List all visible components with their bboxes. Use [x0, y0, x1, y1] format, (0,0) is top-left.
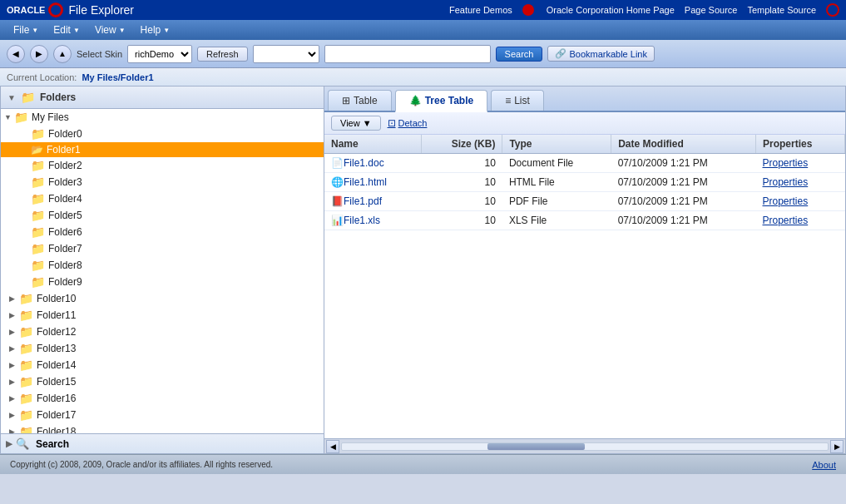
tree-item-folder2[interactable]: 📁Folder2: [1, 157, 324, 174]
tree-item-folder0[interactable]: 📁 Folder0: [1, 126, 324, 142]
scroll-track[interactable]: [341, 442, 829, 451]
folder13-label: Folder13: [37, 343, 76, 354]
file-properties-cell[interactable]: Properties: [756, 173, 845, 192]
tab-treetable[interactable]: 🌲 Tree Table: [395, 90, 487, 112]
search-label: Search: [36, 438, 69, 450]
tab-table[interactable]: ⊞ Table: [328, 90, 392, 111]
horizontal-scrollbar[interactable]: ◀ ▶: [324, 438, 845, 453]
copyright-text: Copyright (c) 2008, 2009, Oracle and/or …: [10, 460, 273, 469]
oracle-text: ORACLE: [7, 5, 45, 15]
folder13-icon: 📁: [19, 342, 33, 355]
bookmarkable-link[interactable]: 🔗 Bookmarkable Link: [547, 46, 655, 62]
search-button[interactable]: Search: [496, 47, 543, 62]
tree-item-folder11[interactable]: ▶📁Folder11: [1, 307, 324, 324]
detach-button[interactable]: ⊡ Detach: [388, 117, 428, 129]
help-menu-arrow: ▼: [163, 27, 170, 34]
file-icon: 🌐: [331, 176, 344, 188]
sub-toolbar: View ▼ ⊡ Detach: [324, 112, 845, 135]
file-type-cell: Document File: [502, 154, 611, 173]
menu-file[interactable]: File▼: [7, 22, 45, 37]
file-name[interactable]: File1.html: [344, 176, 387, 188]
files-table: Name Size (KB) Type Date Modified Proper…: [324, 135, 845, 230]
tree-item-folder16[interactable]: ▶📁Folder16: [1, 390, 324, 407]
tree-item-folder9[interactable]: 📁Folder9: [1, 274, 324, 290]
file-name-cell[interactable]: 📄File1.doc: [324, 154, 421, 173]
folder-dropdown[interactable]: [253, 45, 319, 63]
menu-edit[interactable]: Edit▼: [47, 22, 87, 37]
scroll-left-button[interactable]: ◀: [326, 440, 339, 453]
file-name-cell[interactable]: 📊File1.xls: [324, 211, 421, 230]
view-arrow-icon: ▼: [363, 118, 372, 128]
tree-item-myfiles[interactable]: ▼ 📁 My Files: [1, 109, 324, 126]
folder8-label: Folder8: [48, 259, 82, 271]
treetable-tab-icon: 🌲: [409, 95, 422, 106]
skin-select[interactable]: richDemo: [127, 45, 192, 63]
search-input[interactable]: [324, 45, 491, 63]
collapse-icon[interactable]: ▼: [7, 93, 16, 102]
file-name-cell[interactable]: 🌐File1.html: [324, 173, 421, 192]
file-properties-cell[interactable]: Properties: [756, 192, 845, 211]
tree-item-folder3[interactable]: 📁Folder3: [1, 174, 324, 190]
template-source-link[interactable]: Template Source: [747, 5, 816, 15]
tree-item-folder4[interactable]: 📁Folder4: [1, 190, 324, 207]
file-name[interactable]: File1.xls: [344, 215, 380, 226]
oracle-circle-icon: [48, 2, 63, 17]
folder0-label: Folder0: [48, 128, 82, 140]
tree-item-folder8[interactable]: 📁Folder8: [1, 257, 324, 274]
tree-item-folder6[interactable]: 📁Folder6: [1, 224, 324, 240]
file-properties-cell[interactable]: Properties: [756, 211, 845, 230]
folder14-label: Folder14: [37, 359, 76, 371]
scroll-right-button[interactable]: ▶: [830, 440, 844, 453]
file-properties-cell[interactable]: Properties: [756, 154, 845, 173]
folder2-icon: 📁: [31, 159, 45, 172]
properties-link[interactable]: Properties: [763, 215, 809, 226]
file-type-cell: XLS File: [502, 211, 611, 230]
tree-item-folder1[interactable]: 📂 Folder1: [1, 142, 324, 157]
search-section[interactable]: ▶ 🔍 Search: [1, 433, 324, 453]
file-table: Name Size (KB) Type Date Modified Proper…: [324, 135, 845, 438]
back-button[interactable]: ◀: [7, 45, 25, 63]
folder3-label: Folder3: [48, 176, 82, 188]
folder7-label: Folder7: [48, 243, 82, 254]
tree-scroll[interactable]: ▼ 📁 My Files 📁 Folder0 📂 Folder1: [1, 109, 324, 433]
properties-link[interactable]: Properties: [763, 157, 809, 169]
refresh-button[interactable]: Refresh: [197, 47, 248, 62]
folder18-label: Folder18: [37, 426, 76, 433]
folder7-icon: 📁: [31, 242, 45, 255]
page-source-link[interactable]: Page Source: [685, 5, 738, 15]
myfiles-folder-icon: 📁: [14, 111, 28, 124]
up-button[interactable]: ▲: [53, 45, 72, 63]
detach-label: Detach: [398, 118, 428, 128]
search-collapse-icon: ▶: [6, 439, 12, 448]
scroll-thumb[interactable]: [487, 443, 585, 450]
col-name: Name: [324, 135, 421, 154]
tree-item-folder18[interactable]: ▶📁Folder18: [1, 423, 324, 433]
feature-demos-link[interactable]: Feature Demos: [449, 5, 512, 15]
tree-item-folder17[interactable]: ▶📁Folder17: [1, 407, 324, 423]
tree-item-folder15[interactable]: ▶📁Folder15: [1, 373, 324, 390]
tree-item-folder14[interactable]: ▶📁Folder14: [1, 357, 324, 373]
file-name[interactable]: File1.doc: [344, 157, 384, 169]
folder2-label: Folder2: [48, 160, 82, 171]
tab-list[interactable]: ≡ List: [491, 90, 544, 111]
col-date: Date Modified: [611, 135, 756, 154]
about-link[interactable]: About: [812, 460, 836, 470]
view-button[interactable]: View ▼: [331, 116, 381, 131]
tree-item-folder10[interactable]: ▶📁Folder10: [1, 290, 324, 307]
tree-item-folder12[interactable]: ▶📁Folder12: [1, 324, 324, 340]
properties-link[interactable]: Properties: [763, 195, 809, 207]
tree-item-folder5[interactable]: 📁Folder5: [1, 207, 324, 224]
tree-item-folder7[interactable]: 📁Folder7: [1, 240, 324, 257]
folder9-icon: 📁: [31, 275, 45, 289]
treetable-tab-label: Tree Table: [425, 95, 473, 106]
menu-view[interactable]: View▼: [88, 22, 132, 37]
table-row: 🌐File1.html10HTML File07/10/2009 1:21 PM…: [324, 173, 845, 192]
forward-button[interactable]: ▶: [30, 45, 48, 63]
oracle-home-link[interactable]: Oracle Corporation Home Page: [547, 5, 675, 15]
folder12-icon: 📁: [19, 325, 33, 338]
tree-item-folder13[interactable]: ▶📁Folder13: [1, 340, 324, 357]
properties-link[interactable]: Properties: [763, 176, 809, 188]
file-name-cell[interactable]: 📕File1.pdf: [324, 192, 421, 211]
file-name[interactable]: File1.pdf: [344, 195, 382, 207]
menu-help[interactable]: Help▼: [134, 22, 177, 37]
